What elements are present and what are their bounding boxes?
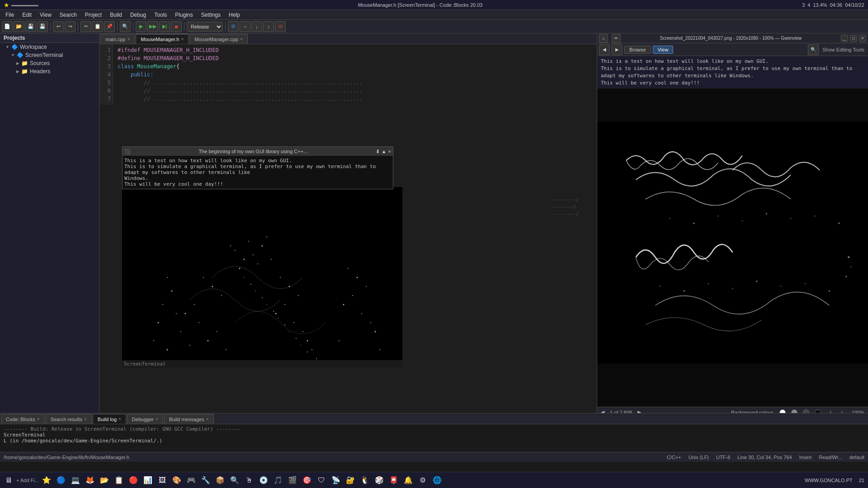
menu-debug[interactable]: Debug	[127, 11, 150, 19]
taskbar-icon-star[interactable]: ⭐	[40, 474, 53, 487]
taskbar-icon-files[interactable]: 📂	[98, 474, 111, 487]
step-out-btn[interactable]: ↑	[263, 21, 274, 32]
new-btn[interactable]: 📄	[2, 21, 13, 32]
taskbar-icon-shield[interactable]: 🛡	[315, 474, 328, 487]
build-btn[interactable]: ▶	[136, 21, 146, 32]
tab-mousemanager-cpp-close[interactable]: ×	[240, 37, 243, 42]
copy-btn[interactable]: 📋	[92, 21, 103, 32]
tab-main-cpp-close[interactable]: ×	[127, 37, 130, 42]
right-panel-home-btn[interactable]: ⌂	[599, 34, 608, 43]
paste-btn[interactable]: 📌	[104, 21, 115, 32]
menu-plugins[interactable]: Plugins	[171, 11, 196, 19]
taskbar-icon-game[interactable]: 🎮	[184, 474, 198, 487]
tab-mousemanager-h-close[interactable]: ×	[181, 37, 184, 42]
step-btn[interactable]: →	[240, 21, 250, 32]
tab-search-results-close[interactable]: ×	[84, 417, 87, 422]
svg-point-40	[357, 277, 358, 278]
taskbar-icon-mail[interactable]: 📮	[387, 474, 401, 487]
zoom-in-btn[interactable]: 🔍	[808, 44, 819, 55]
taskbar-icon-disk[interactable]: 💿	[257, 474, 270, 487]
save-btn[interactable]: 💾	[25, 21, 36, 32]
tab-mousemanager-h[interactable]: MouseManager.h ×	[136, 34, 189, 44]
tab-code-blocks[interactable]: Code::Blocks ×	[1, 414, 45, 424]
menu-view[interactable]: View	[36, 11, 55, 19]
save-all-btn[interactable]: 💾	[37, 21, 48, 32]
right-fwd-btn[interactable]: ▶	[612, 44, 623, 55]
popup-collapse-btn[interactable]: ⬇	[376, 149, 380, 155]
taskbar-icon-music[interactable]: 🎵	[271, 474, 285, 487]
tree-screen-terminal[interactable]: ▼ 🔷 ScreenTerminal	[0, 51, 99, 59]
tab-debugger-close[interactable]: ×	[156, 417, 158, 422]
tree-sources[interactable]: ▶ 📁 Sources	[0, 59, 99, 67]
taskbar-icon-settings[interactable]: ⚙	[416, 474, 429, 487]
tab-build-log-close[interactable]: ×	[118, 417, 121, 422]
menu-file[interactable]: File	[2, 11, 18, 19]
debug-btn[interactable]: ⚙	[228, 21, 239, 32]
tab-build-messages[interactable]: Build messages ×	[164, 414, 214, 424]
search-btn[interactable]: 🔍	[120, 21, 131, 32]
right-panel-max-btn[interactable]: □	[850, 35, 857, 42]
taskbar-icon-gimp[interactable]: 🎨	[170, 474, 184, 487]
taskbar-icon-add-files[interactable]: + Add Fi...	[16, 474, 39, 487]
menu-help[interactable]: Help	[225, 11, 244, 19]
taskbar-icon-notify[interactable]: 🔔	[401, 474, 415, 487]
taskbar-icon-image[interactable]: 🖼	[156, 474, 169, 487]
stop-btn[interactable]: ■	[171, 21, 182, 32]
taskbar-icon-dice[interactable]: 🎲	[373, 474, 386, 487]
popup-close-btn[interactable]: ×	[388, 149, 391, 155]
menu-tools[interactable]: Tools	[151, 11, 170, 19]
build-run-btn[interactable]: ▶|	[159, 21, 170, 32]
tab-mousemanager-cpp[interactable]: MouseManager.cpp ×	[189, 34, 247, 44]
taskbar-icon-video[interactable]: 🎬	[286, 474, 299, 487]
taskbar-icon-calc[interactable]: 📊	[141, 474, 155, 487]
right-panel-min-btn[interactable]: _	[841, 35, 848, 42]
taskbar-icon-tools[interactable]: 🔧	[199, 474, 212, 487]
right-back-btn[interactable]: ◀	[599, 44, 610, 55]
open-btn[interactable]: 📂	[14, 21, 24, 32]
taskbar-icon-web[interactable]: 🌐	[430, 474, 444, 487]
taskbar-icon-network[interactable]: 📡	[329, 474, 343, 487]
tab-build-messages-close[interactable]: ×	[206, 417, 209, 422]
menu-search[interactable]: Search	[56, 11, 80, 19]
right-panel-close-btn[interactable]: ×	[859, 35, 866, 42]
taskbar-icon-search[interactable]: 🔍	[228, 474, 241, 487]
popup-expand-btn[interactable]: ▲	[382, 149, 387, 155]
taskbar-icon-libreoffice[interactable]: 🔴	[127, 474, 140, 487]
taskbar-icon-mouse[interactable]: 🖱	[242, 474, 256, 487]
svg-point-80	[717, 216, 718, 216]
taskbar-icon-firefox[interactable]: 🦊	[83, 474, 97, 487]
taskbar-icon-package[interactable]: 📦	[213, 474, 227, 487]
cut-btn[interactable]: ✂	[80, 21, 91, 32]
tab-search-results[interactable]: Search results ×	[46, 414, 92, 424]
workspace-icon: 🔷	[11, 44, 18, 50]
top-bar-right: 3 4 13.4% 04:36 04/10/22	[802, 2, 864, 8]
run-btn[interactable]: ▶▶	[147, 21, 158, 32]
menu-edit[interactable]: Edit	[19, 11, 35, 19]
taskbar-icon-terminal[interactable]: 💻	[69, 474, 82, 487]
taskbar-icon-linux[interactable]: 🐧	[358, 474, 372, 487]
menu-settings[interactable]: Settings	[198, 11, 224, 19]
view-btn[interactable]: View	[653, 46, 674, 54]
build-config-select[interactable]: ReleaseDebug	[187, 22, 223, 32]
redo-btn[interactable]: ↪	[65, 21, 75, 32]
taskbar-icon-text[interactable]: 📋	[112, 474, 126, 487]
browse-btn[interactable]: Browse	[624, 46, 651, 54]
tree-workspace[interactable]: ▼ 🔷 Workspace	[0, 43, 99, 51]
tab-code-blocks-close[interactable]: ×	[37, 417, 40, 422]
taskbar-icon-0[interactable]: 🖥	[2, 474, 15, 487]
breakpoint-btn[interactable]: ⊙	[275, 21, 286, 32]
menu-project[interactable]: Project	[81, 11, 105, 19]
tab-debugger[interactable]: Debugger ×	[127, 414, 163, 424]
menu-bar: File Edit View Search Project Build Debu…	[0, 10, 868, 20]
tab-build-log[interactable]: Build log ×	[93, 414, 126, 424]
taskbar-icon-codeblocks[interactable]: 🔵	[54, 474, 68, 487]
right-panel-edit-btn[interactable]: ✏	[612, 34, 621, 43]
step-into-btn[interactable]: ↓	[251, 21, 262, 32]
undo-btn[interactable]: ↩	[53, 21, 64, 32]
menu-build[interactable]: Build	[106, 11, 126, 19]
taskbar-icon-lock[interactable]: 🔐	[344, 474, 357, 487]
taskbar-icon-target[interactable]: 🎯	[300, 474, 314, 487]
svg-point-31	[167, 277, 168, 278]
tab-main-cpp[interactable]: main.cpp ×	[100, 34, 135, 44]
tree-headers[interactable]: ▶ 📁 Headers	[0, 67, 99, 75]
